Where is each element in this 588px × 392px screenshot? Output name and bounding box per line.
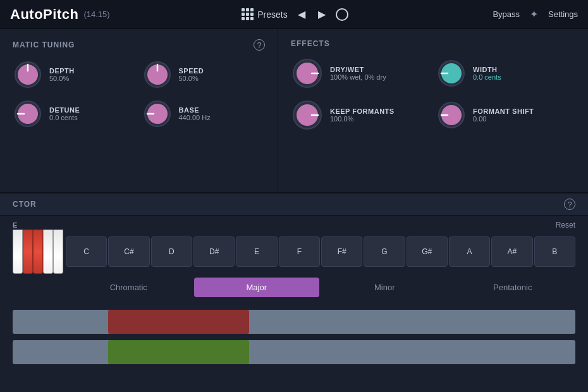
drywet-control: DRY/WET 100% wet, 0% dry [291, 57, 430, 90]
tuning-help[interactable]: ? [254, 39, 265, 51]
bar-fill-2 [108, 340, 249, 364]
detune-control: DETUNE 0.0 cents [13, 99, 136, 129]
scale-minor-button[interactable]: Minor [322, 278, 448, 297]
base-control: BASE 440.00 Hz [142, 99, 266, 129]
note-key-e[interactable]: E [236, 236, 277, 267]
app-title: AutoPitch [10, 6, 78, 23]
top-area: MATIC TUNING ? DEPTH 50.0% [0, 29, 588, 193]
piano-key-c[interactable] [13, 230, 23, 274]
key-row: E Reset [0, 216, 588, 230]
note-key-gsharp[interactable]: G# [407, 236, 448, 267]
note-key-a[interactable]: A [449, 236, 490, 267]
keepformants-control: KEEP FORMANTS 100.0% [291, 99, 430, 132]
width-control: WIDTH 0.0 cents [436, 57, 575, 90]
bar-fill-1 [108, 310, 249, 334]
depth-control: DEPTH 50.0% [13, 59, 136, 90]
header-center: Presets ◀ ▶ [242, 8, 348, 21]
formantshift-control: FORMANT SHIFT 0.00 [436, 99, 575, 132]
note-key-d[interactable]: D [151, 236, 192, 267]
piano-white-keys [13, 230, 63, 274]
reset-button[interactable]: Reset [556, 221, 575, 230]
speed-value: 50.0% [179, 75, 204, 82]
note-key-c[interactable]: C [66, 236, 107, 267]
piano-key-f[interactable] [43, 230, 53, 274]
note-key-g[interactable]: G [364, 236, 405, 267]
tuning-title: MATIC TUNING [13, 40, 75, 49]
corrector-help[interactable]: ? [564, 199, 575, 210]
speed-knob[interactable] [142, 59, 173, 90]
drywet-value: 100% wet, 0% dry [330, 73, 386, 81]
grid-icon [242, 8, 254, 20]
piano-key-e[interactable] [33, 230, 43, 274]
presets-label: Presets [257, 9, 287, 20]
speed-label: SPEED [179, 67, 204, 75]
effects-knobs: DRY/WET 100% wet, 0% dry WIDTH 0.0 cents [291, 57, 575, 132]
base-value: 440.00 Hz [179, 114, 211, 121]
bypass-button[interactable]: Bypass [493, 9, 520, 19]
depth-knob[interactable] [13, 59, 43, 90]
settings-button[interactable]: Settings [548, 9, 578, 19]
bar-row-2 [13, 340, 575, 364]
piano-key-g[interactable] [53, 230, 63, 274]
note-key-f[interactable]: F [279, 236, 320, 267]
effects-title: EFFECTS [291, 39, 330, 48]
formantshift-knob[interactable] [436, 100, 467, 130]
detune-label: DETUNE [49, 106, 80, 114]
depth-label: DEPTH [49, 67, 75, 75]
piano-key-d[interactable] [23, 230, 33, 274]
next-arrow[interactable]: ▶ [315, 8, 328, 20]
note-key-fsharp[interactable]: F# [321, 236, 362, 267]
tuning-knobs: DEPTH 50.0% SPEED 50.0% [13, 59, 265, 129]
keepformants-label: KEEP FORMANTS [330, 107, 395, 115]
drywet-label: DRY/WET [330, 66, 386, 73]
note-key-dsharp[interactable]: D# [193, 236, 235, 267]
corrector-header: CTOR ? [0, 193, 588, 216]
scale-pentatonic-button[interactable]: Pentatonic [450, 278, 576, 297]
piano-mini [13, 230, 63, 274]
note-keys-row: C C# D D# E F F# G G# A A# B [66, 230, 575, 274]
effects-panel: EFFECTS DRY/WET 100% wet, 0% dry [278, 29, 588, 192]
detune-knob[interactable] [13, 99, 43, 129]
base-knob[interactable] [142, 99, 173, 129]
formantshift-value: 0.00 [473, 115, 534, 123]
note-key-csharp[interactable]: C# [108, 236, 149, 267]
bar-row-1 [13, 310, 575, 334]
width-knob[interactable] [436, 58, 467, 89]
base-label: BASE [179, 106, 211, 114]
effects-header: EFFECTS [291, 39, 575, 48]
header-right: Bypass ✦ Settings [493, 8, 578, 20]
detune-value: 0.0 cents [49, 114, 80, 121]
scale-chromatic-button[interactable]: Chromatic [66, 278, 192, 297]
scale-major-button[interactable]: Major [194, 278, 320, 297]
width-value: 0.0 cents [473, 73, 501, 81]
prev-arrow[interactable]: ◀ [295, 8, 308, 20]
bars-area [0, 303, 588, 371]
formantshift-label: FORMANT SHIFT [473, 107, 534, 115]
app-version: (14.15) [83, 9, 109, 19]
note-key-b[interactable]: B [534, 236, 575, 267]
corrector-title: CTOR [13, 200, 37, 209]
keepformants-knob[interactable] [291, 99, 324, 132]
piano-notes-area: C C# D D# E F F# G G# A A# B [0, 230, 588, 274]
note-key-asharp[interactable]: A# [491, 236, 532, 267]
depth-value: 50.0% [49, 75, 75, 82]
drywet-knob[interactable] [291, 57, 324, 90]
corrector-area: CTOR ? E Reset C C# D D# E F F# G [0, 193, 588, 371]
app-header: AutoPitch (14.15) Presets ◀ ▶ Bypass ✦ S… [0, 0, 588, 29]
width-label: WIDTH [473, 66, 501, 73]
scale-row: Chromatic Major Minor Pentatonic [0, 274, 588, 303]
keepformants-value: 100.0% [330, 115, 395, 123]
presets-button[interactable]: Presets [242, 8, 287, 20]
tuning-header: MATIC TUNING ? [13, 39, 265, 51]
tuning-panel: MATIC TUNING ? DEPTH 50.0% [0, 29, 278, 192]
globe-icon[interactable] [336, 8, 348, 21]
key-label: E [13, 221, 17, 229]
speed-control: SPEED 50.0% [142, 59, 266, 90]
